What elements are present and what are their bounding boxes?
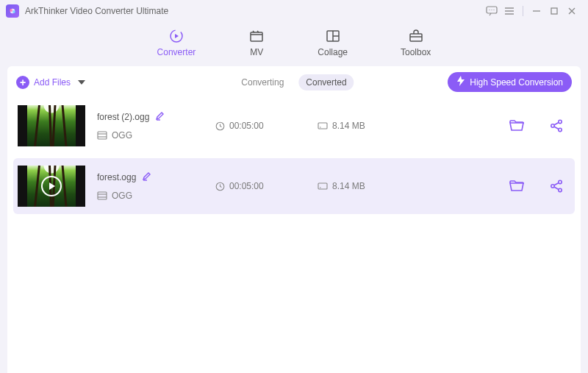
svg-point-4: [489, 10, 490, 10]
converter-icon: [168, 28, 184, 44]
svg-point-1: [10, 9, 12, 12]
tab-toolbox-label: Toolbox: [401, 47, 431, 57]
high-speed-button[interactable]: High Speed Conversion: [448, 72, 572, 92]
svg-marker-23: [78, 80, 85, 85]
bolt-icon: [456, 76, 465, 88]
file-size: 8.14 MB: [332, 121, 365, 131]
format-icon: [97, 130, 107, 141]
main-panel: + Add Files Converting Converted High Sp…: [7, 66, 581, 373]
format-icon: [97, 191, 107, 201]
svg-rect-30: [318, 123, 327, 129]
svg-line-36: [554, 127, 559, 129]
thumbnail[interactable]: [18, 166, 85, 207]
share-button[interactable]: [547, 116, 566, 135]
menu-icon[interactable]: [501, 2, 518, 20]
open-folder-button[interactable]: [507, 177, 526, 196]
clock-icon: [215, 181, 225, 191]
svg-rect-16: [251, 32, 262, 41]
tab-converted[interactable]: Converted: [298, 74, 354, 90]
storage-icon: [318, 181, 328, 191]
minimize-button[interactable]: [528, 2, 545, 20]
app-logo: [6, 4, 19, 18]
high-speed-label: High Speed Conversion: [470, 77, 563, 88]
file-name: forest (2).ogg: [97, 112, 149, 122]
tab-toolbox[interactable]: Toolbox: [401, 28, 431, 57]
close-button[interactable]: [563, 2, 581, 20]
file-item[interactable]: forest.ogg OGG 00:05:00: [13, 158, 575, 214]
svg-point-46: [559, 188, 562, 191]
toolbox-icon: [408, 28, 424, 44]
tab-mv[interactable]: MV: [248, 28, 265, 57]
main-tabs: Converter MV Collage Toolbox: [0, 22, 588, 62]
add-files-button[interactable]: + Add Files: [16, 76, 85, 89]
titlebar-divider: [523, 6, 523, 16]
svg-rect-38: [98, 192, 107, 199]
svg-point-2: [12, 10, 15, 13]
tab-converter-label: Converter: [157, 47, 196, 57]
svg-line-48: [554, 187, 559, 190]
storage-icon: [318, 121, 328, 131]
svg-line-35: [554, 123, 559, 126]
svg-marker-24: [457, 76, 465, 86]
svg-point-34: [559, 128, 562, 131]
svg-point-45: [559, 180, 562, 183]
tab-collage-label: Collage: [318, 47, 348, 57]
svg-rect-21: [410, 34, 422, 41]
status-switch: Converting Converted: [234, 74, 354, 90]
file-name: forest.ogg: [97, 172, 136, 182]
tab-mv-label: MV: [250, 47, 263, 57]
thumbnail[interactable]: [18, 105, 85, 146]
open-folder-button[interactable]: [507, 116, 526, 135]
edit-icon[interactable]: [142, 172, 151, 183]
format-label: OGG: [112, 130, 132, 141]
mv-icon: [248, 28, 265, 44]
titlebar: ArkThinker Video Converter Ultimate: [0, 0, 588, 22]
tab-collage[interactable]: Collage: [318, 28, 348, 57]
svg-marker-15: [175, 34, 179, 38]
file-size: 8.14 MB: [332, 181, 365, 191]
tab-converter[interactable]: Converter: [157, 28, 196, 57]
svg-point-33: [559, 120, 562, 123]
svg-point-6: [493, 10, 494, 10]
chevron-down-icon: [78, 77, 85, 88]
clock-icon: [215, 121, 225, 131]
collage-icon: [325, 28, 341, 44]
feedback-icon[interactable]: [483, 2, 501, 20]
svg-point-5: [491, 10, 492, 10]
duration: 00:05:00: [229, 181, 264, 191]
duration: 00:05:00: [229, 121, 264, 131]
svg-rect-26: [98, 132, 107, 139]
svg-rect-42: [318, 183, 327, 189]
svg-rect-11: [551, 8, 557, 14]
tab-converting[interactable]: Converting: [234, 74, 291, 90]
plus-icon: +: [16, 76, 29, 89]
play-overlay-icon: [18, 166, 85, 207]
maximize-button[interactable]: [545, 2, 563, 20]
app-title: ArkThinker Video Converter Ultimate: [25, 6, 168, 16]
toolbar: + Add Files Converting Converted High Sp…: [7, 66, 581, 98]
add-files-label: Add Files: [34, 77, 71, 88]
edit-icon[interactable]: [155, 112, 164, 123]
file-item: forest (2).ogg OGG 00:05:00: [7, 98, 581, 154]
format-label: OGG: [112, 191, 132, 201]
share-button[interactable]: [547, 177, 566, 196]
svg-line-47: [554, 183, 559, 186]
